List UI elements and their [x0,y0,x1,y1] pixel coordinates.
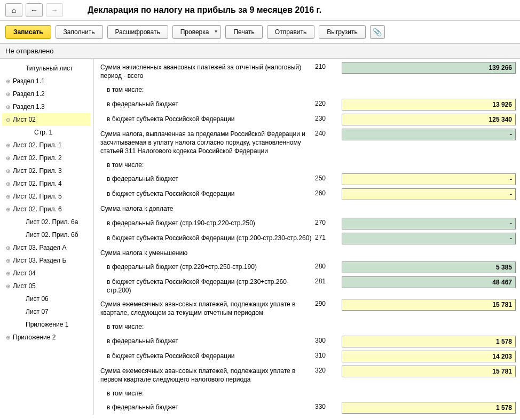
export-button[interactable]: Выгрузить [319,25,366,39]
sidebar-item[interactable]: ⊕Лист 02. Прил. 2 [2,152,91,164]
row-label: в федеральный бюджет (стр.190-стр.220-ст… [96,218,315,228]
row-label: Сумма ежемесячных авансовых платежей, по… [96,366,315,385]
sidebar-item[interactable]: ⊕Лист 02. Прил. 1 [2,139,91,152]
row-label: в бюджет субъекта Российской Федерации [96,114,315,124]
sidebar-item-label: Лист 03. Раздел Б [13,257,66,264]
send-button[interactable]: Отправить [267,25,315,39]
value-input[interactable]: - [342,188,516,200]
sidebar-item-label: Лист 04 [13,270,36,277]
sidebar-item-label: Приложение 2 [13,334,56,341]
expand-icon[interactable]: ⊕ [4,258,12,264]
sidebar-item-label: Лист 02. Прил. 3 [13,167,62,175]
sidebar-item[interactable]: ⊕Лист 02. Прил. 6 [2,203,91,216]
row-code: 330 [315,402,342,410]
sidebar-item-label: Стр. 1 [34,129,52,136]
check-button[interactable]: Проверка [172,25,222,39]
value-input: 5 385 [342,261,516,273]
expand-icon[interactable]: ⊕ [4,155,12,161]
expand-icon[interactable]: ⊕ [4,181,12,187]
form-row: в федеральный бюджет3001 578 [96,336,516,347]
row-code [315,84,342,85]
row-code: 220 [315,99,342,107]
sidebar-item[interactable]: ⊕Лист 02. Прил. 5 [2,190,91,203]
save-button[interactable]: Записать [5,25,51,39]
form-row: в бюджет субъекта Российской Федерации (… [96,276,516,296]
home-button[interactable]: ⌂ [5,3,22,17]
sidebar-item[interactable]: ⊕Раздел 1.3 [2,100,91,113]
sidebar-item[interactable]: ⊕Раздел 1.2 [2,88,91,100]
expand-icon[interactable]: ⊕ [4,78,12,84]
sidebar-item-label: Лист 06 [26,295,49,303]
expand-icon[interactable]: ⊕ [4,245,12,251]
expand-icon[interactable]: ⊕ [4,194,12,200]
sidebar-item[interactable]: ⊕Раздел 1.1 [2,75,91,88]
row-code: 210 [315,62,342,70]
expand-icon[interactable]: ⊕ [4,207,12,212]
sidebar-item[interactable]: ⊕Лист 03. Раздел А [2,241,91,254]
sidebar-item[interactable]: Стр. 1 [2,126,91,139]
sidebar-item-label: Лист 02. Прил. 1 [13,141,62,149]
sidebar-item[interactable]: Приложение 1 [2,318,91,331]
collapse-icon[interactable]: ⊖ [4,117,12,123]
value-input[interactable]: 1 578 [342,336,516,347]
form-row: в бюджет субъекта Российской Федерации (… [96,233,516,244]
form-row: Сумма ежемесячных авансовых платежей, по… [96,366,516,385]
sidebar-item[interactable]: Лист 02. Прил. 6б [2,228,91,241]
expand-icon[interactable]: ⊕ [4,335,12,340]
forward-button[interactable]: → [46,3,63,17]
row-label: в федеральный бюджет [96,99,315,109]
sidebar-item-label: Раздел 1.1 [13,77,45,85]
row-code: 300 [315,336,342,344]
sidebar-item-label: Лист 02. Прил. 6б [26,231,78,239]
sidebar-item-label: Титульный лист [26,65,73,72]
sidebar-item[interactable]: Лист 06 [2,292,91,305]
sidebar-item[interactable]: Лист 02. Прил. 6а [2,216,91,228]
expand-icon[interactable]: ⊕ [4,168,12,174]
fill-button[interactable]: Заполнить [56,25,103,39]
sidebar-item[interactable]: ⊕Лист 03. Раздел Б [2,254,91,267]
value-input[interactable]: 14 203 [342,351,516,362]
form-row: в бюджет субъекта Российской Федерации31… [96,351,516,362]
value-input: 48 467 [342,276,516,288]
expand-icon[interactable]: ⊕ [4,142,12,148]
form-row: в федеральный бюджет250- [96,173,516,185]
expand-icon[interactable]: ⊕ [4,91,12,97]
value-input[interactable]: 125 340 [342,114,516,125]
row-label: в бюджет субъекта Российской Федерации [96,351,315,361]
expand-icon[interactable]: ⊕ [4,271,12,276]
back-button[interactable]: ← [26,3,43,17]
decode-button[interactable]: Расшифровать [107,25,168,39]
sidebar-item[interactable]: ⊕Лист 05 [2,280,91,292]
sidebar-item[interactable]: ⊖Лист 02 [2,113,91,126]
value-input[interactable]: 1 578 [342,402,516,414]
row-label: в бюджет субъекта Российской Федерации (… [96,233,315,243]
expand-icon[interactable]: ⊕ [4,104,12,110]
sidebar-item[interactable]: ⊕Лист 02. Прил. 3 [2,164,91,177]
row-code: 260 [315,188,342,197]
form-area: Сумма начисленных авансовых платежей за … [93,59,520,415]
row-label: Сумма начисленных авансовых платежей за … [96,62,315,81]
row-label: в федеральный бюджет [96,173,315,184]
sidebar-item-label: Лист 02. Прил. 2 [13,154,62,162]
sidebar-item[interactable]: ⊕Приложение 2 [2,331,91,344]
sidebar-item[interactable]: Титульный лист [2,62,91,75]
value-input[interactable]: 13 926 [342,99,516,110]
value-input[interactable]: 15 781 [342,299,516,311]
sidebar-item[interactable]: ⊕Лист 04 [2,267,91,280]
value-input[interactable]: - [342,173,516,185]
expand-icon[interactable]: ⊕ [4,283,12,289]
page-title: Декларация по налогу на прибыль за 9 мес… [88,5,321,15]
form-row: в том числе: [96,321,516,332]
value-input[interactable]: 15 781 [342,366,516,377]
value-input: - [342,129,516,140]
print-button[interactable]: Печать [225,25,262,39]
sidebar-item[interactable]: Лист 07 [2,305,91,318]
form-row: в федеральный бюджет3301 578 [96,402,516,414]
attach-button[interactable]: 📎 [370,25,385,39]
sidebar-item-label: Лист 02. Прил. 4 [13,180,62,187]
form-row: Сумма начисленных авансовых платежей за … [96,62,516,81]
sidebar-item[interactable]: ⊕Лист 02. Прил. 4 [2,177,91,190]
row-code [315,160,342,161]
row-label: в том числе: [96,160,315,170]
row-code: 290 [315,299,342,307]
